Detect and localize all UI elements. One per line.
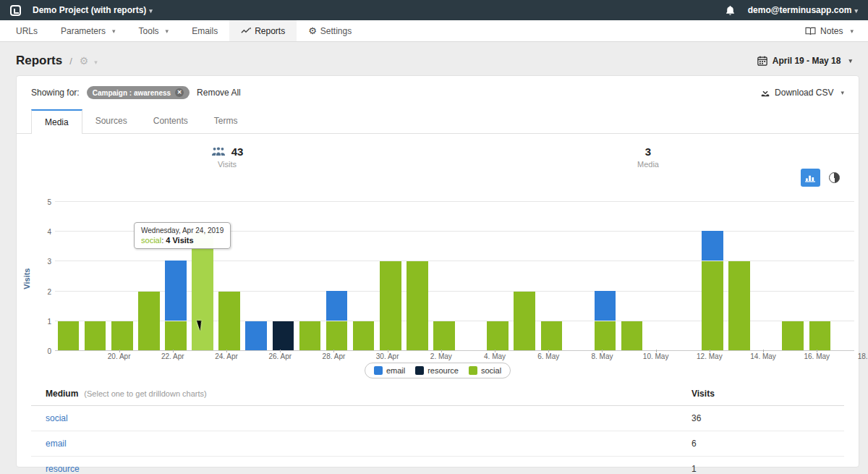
account-menu[interactable]: demo@terminusapp.com▾	[748, 5, 858, 15]
bar-email-may-13[interactable]	[702, 231, 723, 261]
tooltip-date: Wednesday, Apr 24, 2019	[141, 227, 224, 234]
visits-value: 1	[692, 464, 697, 474]
legend-swatch-social	[469, 366, 477, 375]
bar-social-may-13[interactable]	[702, 261, 723, 350]
bar-social-may-2[interactable]	[407, 261, 428, 350]
notifications-bell-icon[interactable]	[726, 5, 735, 15]
stat-visits: 43 Visits	[17, 145, 438, 169]
people-group-icon	[211, 147, 226, 156]
bar-email-apr-23[interactable]	[165, 261, 187, 320]
date-range-label: April 19 - May 18	[773, 56, 841, 66]
x-tick-mark	[441, 350, 442, 352]
report-settings-gear-icon[interactable]: ⚙ ▾	[80, 55, 98, 67]
download-csv-button[interactable]: Download CSV▾	[760, 88, 844, 98]
medium-column-header: Medium	[46, 389, 78, 399]
x-tick-mark	[280, 350, 281, 352]
legend-item-resource[interactable]: resource	[415, 366, 459, 375]
tab-media[interactable]: Media	[31, 109, 82, 134]
bar-resource-apr-27[interactable]	[273, 321, 294, 350]
y-tick-label: 4	[33, 228, 51, 236]
bar-email-apr-26[interactable]	[245, 321, 267, 350]
x-tick-label: 4. May	[484, 352, 506, 360]
bar-social-may-17[interactable]	[809, 321, 831, 350]
nav-item-emails[interactable]: Emails	[180, 20, 229, 41]
legend-item-social[interactable]: social	[469, 366, 501, 375]
bar-social-apr-24[interactable]	[192, 232, 213, 350]
legend-item-email[interactable]: email	[374, 366, 405, 375]
nav-item-label: Tools	[139, 26, 159, 36]
nav-item-label: Settings	[320, 26, 352, 36]
y-tick-label: 2	[33, 287, 51, 295]
x-tick-label: 24. Apr	[215, 352, 238, 360]
y-tick-label: 3	[33, 258, 51, 266]
chevron-down-icon: ▾	[854, 7, 858, 14]
bar-social-may-6[interactable]	[514, 292, 535, 350]
remove-filter-icon[interactable]: ✕	[175, 88, 184, 97]
chevron-down-icon: ▾	[112, 27, 116, 35]
gear-icon: ⚙	[308, 25, 317, 36]
x-tick-label: 6. May	[537, 352, 559, 360]
filter-chip-campaign-awareness[interactable]: Campaign : awareness ✕	[87, 86, 190, 99]
tab-sources[interactable]: Sources	[82, 109, 140, 133]
top-bar: Demo Project (with reports)▾ demo@termin…	[0, 0, 868, 20]
bar-social-may-7[interactable]	[541, 321, 563, 350]
chevron-down-icon: ▾	[166, 27, 169, 35]
chevron-down-icon: ▾	[841, 89, 844, 96]
app-logo-icon[interactable]	[10, 5, 21, 16]
y-tick-label: 5	[33, 198, 51, 206]
project-name: Demo Project (with reports)	[33, 5, 146, 15]
x-tick-label: 14. May	[750, 352, 776, 360]
bar-social-apr-25[interactable]	[218, 292, 240, 350]
tab-terms[interactable]: Terms	[201, 109, 251, 133]
bar-social-apr-19[interactable]	[58, 321, 80, 350]
nav-item-settings[interactable]: ⚙Settings	[297, 20, 363, 41]
bar-social-may-14[interactable]	[728, 261, 750, 350]
bar-social-apr-21[interactable]	[111, 321, 133, 350]
bar-social-may-3[interactable]	[433, 321, 455, 350]
bar-social-apr-30[interactable]	[353, 321, 375, 350]
remove-all-button[interactable]: Remove All	[197, 88, 241, 98]
breadcrumb-separator: /	[69, 56, 72, 67]
filter-chip-label: Campaign : awareness	[93, 89, 171, 97]
media-total: 3	[645, 145, 651, 158]
bar-social-apr-28[interactable]	[299, 321, 321, 350]
nav-item-reports[interactable]: Reports	[229, 20, 297, 41]
gridline-y5	[55, 201, 854, 202]
bar-chart-icon	[805, 173, 816, 182]
x-tick-label: 8. May	[591, 352, 613, 360]
legend-swatch-resource	[415, 366, 424, 375]
nav-item-label: Parameters	[61, 26, 106, 36]
bar-social-may-16[interactable]	[782, 321, 804, 350]
bar-email-apr-29[interactable]	[326, 291, 348, 321]
date-range-picker[interactable]: April 19 - May 18▾	[757, 56, 852, 66]
media-total-label: Media	[438, 160, 859, 169]
x-tick-mark	[226, 350, 227, 352]
medium-table-header: Medium (Select one to get drilldown char…	[31, 383, 844, 406]
bar-social-may-1[interactable]	[380, 261, 401, 350]
legend-swatch-email	[374, 366, 383, 375]
nav-item-tools[interactable]: Tools▾	[127, 20, 181, 41]
pie-chart-toggle-button[interactable]	[829, 172, 840, 183]
bar-social-apr-23[interactable]	[165, 321, 187, 350]
bar-social-apr-20[interactable]	[85, 321, 106, 350]
bar-social-apr-29[interactable]	[326, 321, 348, 350]
bar-social-may-9[interactable]	[595, 321, 616, 350]
medium-table: Medium (Select one to get drilldown char…	[31, 383, 844, 474]
chevron-down-icon: ▾	[850, 27, 854, 35]
bar-email-may-9[interactable]	[595, 291, 616, 321]
book-icon	[805, 27, 816, 35]
medium-link-email[interactable]: email	[46, 439, 67, 449]
project-selector[interactable]: Demo Project (with reports)▾	[33, 5, 153, 15]
notes-menu[interactable]: Notes▾	[805, 26, 854, 36]
bar-chart-toggle-button[interactable]	[801, 169, 820, 187]
x-tick-label: 18. May	[858, 352, 868, 360]
tab-contents[interactable]: Contents	[140, 109, 201, 133]
bar-social-may-5[interactable]	[487, 321, 509, 350]
medium-link-resource[interactable]: resource	[46, 464, 80, 474]
bar-social-may-10[interactable]	[621, 321, 643, 350]
nav-item-urls[interactable]: URLs	[4, 20, 49, 41]
report-tabs: MediaSourcesContentsTerms	[17, 109, 859, 134]
medium-link-social[interactable]: social	[46, 413, 68, 423]
nav-item-parameters[interactable]: Parameters▾	[49, 20, 127, 41]
bar-social-apr-22[interactable]	[138, 292, 160, 350]
